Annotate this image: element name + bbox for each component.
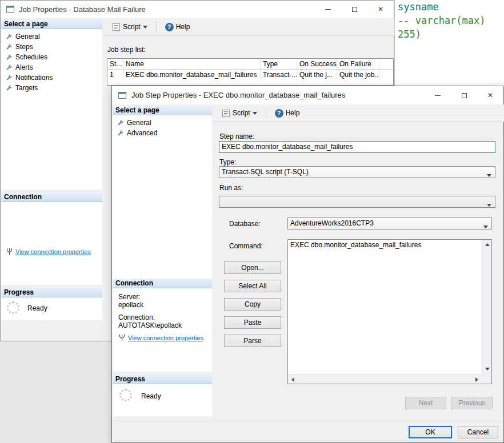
minimize-button[interactable] bbox=[425, 86, 451, 104]
paste-button[interactable]: Paste bbox=[224, 316, 281, 329]
progress-header: Progress bbox=[1, 288, 102, 297]
help-button[interactable]: ? Help bbox=[162, 21, 193, 33]
horizontal-scrollbar[interactable] bbox=[288, 374, 482, 384]
table-header-row: St... Name Type On Success On Failure bbox=[107, 59, 393, 70]
help-label: Help bbox=[286, 109, 300, 117]
wrench-icon bbox=[117, 119, 124, 126]
sidebar-item-label: Advanced bbox=[127, 129, 157, 137]
sidebar-item-advanced[interactable]: Advanced bbox=[113, 128, 212, 138]
help-label: Help bbox=[176, 23, 190, 31]
chevron-down-icon bbox=[487, 174, 491, 178]
chevron-down-icon bbox=[483, 225, 488, 229]
code-line: -- varchar(max) bbox=[395, 14, 504, 27]
close-button[interactable]: ✕ bbox=[367, 1, 394, 18]
dialog-toolbar: Script ? Help bbox=[212, 104, 504, 122]
script-label: Script bbox=[123, 23, 141, 31]
sidebar-item-targets[interactable]: Targets bbox=[1, 83, 102, 93]
close-button[interactable]: ✕ bbox=[477, 86, 503, 104]
command-text: EXEC dbo.monitor_database_mail_failures bbox=[290, 241, 480, 249]
script-icon bbox=[222, 109, 230, 118]
cell-filler bbox=[379, 70, 393, 80]
view-connection-properties-link[interactable]: View connection properties bbox=[128, 335, 203, 341]
select-a-page-panel: General Steps Schedules Alerts Notificat… bbox=[1, 29, 102, 190]
view-connection-properties-link[interactable]: View connection properties bbox=[15, 248, 91, 255]
progress-spinner-icon bbox=[119, 389, 132, 401]
server-label: Server: bbox=[118, 293, 141, 301]
col-header-type[interactable]: Type bbox=[261, 59, 297, 70]
maximize-button[interactable] bbox=[451, 86, 477, 104]
select-all-button[interactable]: Select All bbox=[224, 280, 281, 292]
scrollbar-corner bbox=[482, 374, 491, 384]
connection-header: Connection bbox=[1, 192, 102, 202]
dialog-title: Job Step Properties - EXEC dbo.monitor_d… bbox=[131, 86, 345, 104]
job-step-table[interactable]: St... Name Type On Success On Failure 1 … bbox=[107, 58, 394, 86]
cell-on-failure: Quit the job... bbox=[337, 70, 379, 80]
connection-value: AUTOTASK\epollack bbox=[118, 321, 182, 329]
sidebar-item-label: Alerts bbox=[15, 63, 33, 71]
cell-on-success: Quit the j... bbox=[297, 70, 337, 80]
vertical-scrollbar[interactable] bbox=[482, 240, 491, 374]
connection-properties-icon bbox=[118, 334, 126, 341]
sidebar-item-label: Schedules bbox=[15, 53, 47, 61]
wrench-icon bbox=[6, 74, 13, 81]
sidebar-item-general[interactable]: General bbox=[113, 118, 212, 128]
scroll-left-icon[interactable] bbox=[288, 374, 298, 384]
window-title: Job Properties - Database Mail Failure bbox=[19, 1, 146, 18]
connection-properties-icon bbox=[6, 248, 13, 255]
script-button[interactable]: Script bbox=[219, 107, 260, 119]
scroll-up-icon[interactable] bbox=[482, 240, 492, 249]
run-as-label: Run as: bbox=[219, 184, 243, 192]
database-label: Database: bbox=[229, 220, 261, 228]
open-button[interactable]: Open... bbox=[224, 261, 281, 274]
ok-button[interactable]: OK bbox=[409, 426, 452, 438]
wrench-icon bbox=[6, 43, 13, 50]
connection-header: Connection bbox=[113, 279, 212, 288]
next-button[interactable]: Next bbox=[405, 397, 446, 409]
scroll-right-icon[interactable] bbox=[472, 374, 482, 384]
window-icon bbox=[118, 91, 127, 100]
command-textarea[interactable]: EXEC dbo.monitor_database_mail_failures bbox=[287, 239, 492, 384]
database-select[interactable]: AdventureWorks2016CTP3 bbox=[287, 218, 492, 229]
job-step-properties-dialog: Job Step Properties - EXEC dbo.monitor_d… bbox=[111, 86, 504, 443]
progress-status: Ready bbox=[27, 304, 47, 312]
run-as-select[interactable] bbox=[219, 196, 495, 208]
table-row[interactable]: 1 EXEC dbo.monitor_database_mail_failure… bbox=[107, 70, 393, 80]
col-header-name[interactable]: Name bbox=[123, 59, 261, 70]
script-button[interactable]: Script bbox=[109, 21, 150, 33]
wrench-icon bbox=[6, 64, 13, 71]
cancel-button[interactable]: Cancel bbox=[458, 426, 498, 438]
select-a-page-header: Select a page bbox=[113, 106, 212, 115]
col-header-step[interactable]: St... bbox=[107, 59, 123, 70]
dialog-titlebar: Job Step Properties - EXEC dbo.monitor_d… bbox=[112, 86, 503, 104]
code-line: 255) bbox=[395, 27, 504, 41]
copy-button[interactable]: Copy bbox=[224, 298, 281, 311]
script-label: Script bbox=[233, 109, 250, 117]
connection-label: Connection: bbox=[118, 313, 155, 321]
window-icon bbox=[6, 5, 15, 14]
maximize-button[interactable] bbox=[341, 1, 367, 18]
type-select[interactable]: Transact-SQL script (T-SQL) bbox=[219, 166, 495, 178]
wrench-icon bbox=[6, 54, 13, 61]
previous-button[interactable]: Previous bbox=[451, 397, 493, 409]
footer-divider bbox=[112, 421, 503, 421]
sidebar-item-steps[interactable]: Steps bbox=[1, 42, 102, 52]
col-header-on-failure[interactable]: On Failure bbox=[337, 59, 379, 70]
progress-panel: Ready bbox=[1, 297, 102, 320]
help-button[interactable]: ? Help bbox=[272, 107, 303, 119]
col-header-on-success[interactable]: On Success bbox=[297, 59, 337, 70]
cell-step: 1 bbox=[107, 70, 123, 80]
minimize-button[interactable] bbox=[315, 1, 341, 18]
parse-button[interactable]: Parse bbox=[224, 335, 281, 347]
sidebar-item-schedules[interactable]: Schedules bbox=[1, 52, 102, 62]
sidebar-item-general[interactable]: General bbox=[1, 31, 102, 42]
job-properties-titlebar: Job Properties - Database Mail Failure ✕ bbox=[1, 1, 394, 18]
step-name-input[interactable]: EXEC dbo.monitor_database_mail_failures bbox=[219, 141, 495, 153]
progress-status: Ready bbox=[141, 392, 161, 400]
scroll-down-icon[interactable] bbox=[482, 364, 492, 374]
select-a-page-panel: General Advanced bbox=[113, 115, 212, 279]
sidebar-item-notifications[interactable]: Notifications bbox=[1, 73, 102, 83]
connection-panel: View connection properties bbox=[1, 202, 102, 285]
sidebar-item-label: Targets bbox=[15, 84, 38, 92]
script-icon bbox=[112, 23, 121, 31]
sidebar-item-alerts[interactable]: Alerts bbox=[1, 62, 102, 73]
